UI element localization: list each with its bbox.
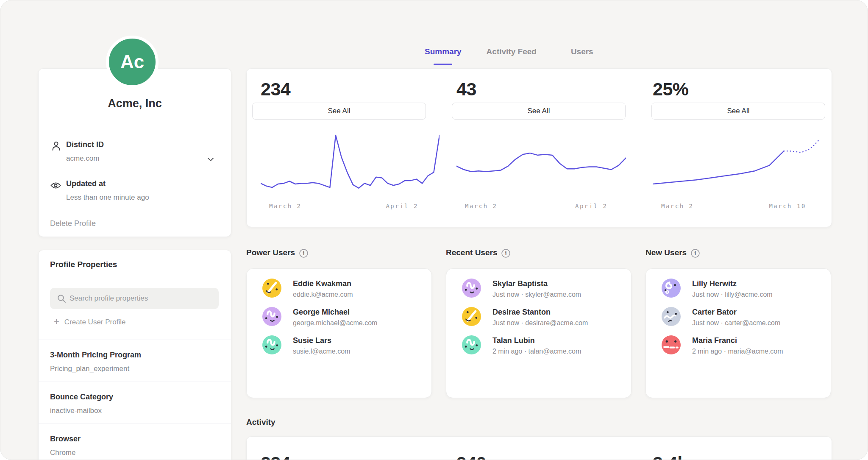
user-avatar: [662, 279, 681, 298]
plus-icon: +: [54, 316, 59, 327]
info-icon[interactable]: i: [691, 249, 700, 258]
user-meta: Just now · carter@acme.com: [692, 319, 780, 327]
eye-icon: [50, 182, 61, 191]
user-meta: Just now · lilly@acme.com: [692, 291, 773, 298]
profile-summary-card: [38, 68, 231, 237]
field-value-distinct-id: acme.com: [66, 154, 99, 163]
user-avatar: [462, 335, 481, 354]
user-meta: susie.l@acme.com: [293, 348, 350, 355]
svg-text:i: i: [505, 251, 507, 256]
stat-weekly-active-users: 234 Weekly Active Users March 2 April 2: [261, 69, 440, 227]
list-item-user[interactable]: Skylar Baptista Just now · skyler@acme.c…: [446, 276, 632, 301]
svg-text:i: i: [303, 251, 305, 256]
user-meta: 2 min ago · maria@acme.com: [692, 348, 783, 355]
company-avatar: Ac: [106, 36, 159, 88]
x-tick: March 10: [769, 203, 806, 209]
divider: [38, 382, 231, 382]
list-item-user[interactable]: Eddie Kwakman eddie.k@acme.com: [246, 276, 432, 301]
list-item-user[interactable]: Susie Lars susie.l@acme.com: [246, 333, 432, 358]
list-item-user[interactable]: Lilly Herwitz Just now · lilly@acme.com: [645, 276, 831, 301]
chevron-down-icon[interactable]: [207, 156, 214, 163]
list-item-user[interactable]: Desirae Stanton Just now · desirare@acme…: [446, 304, 632, 330]
property-value: Pricing_plan_experiment: [50, 365, 129, 373]
weekly-new-users-sparkline: [456, 128, 626, 200]
field-label-distinct-id: Distinct ID: [66, 140, 104, 149]
section-title: New Users: [645, 248, 687, 257]
create-user-profile-label: Create User Profile: [64, 318, 126, 326]
tab-summary-label: Summary: [425, 47, 462, 56]
x-tick: April 2: [386, 203, 418, 209]
tab-summary[interactable]: Summary: [425, 47, 462, 56]
tab-activity-feed[interactable]: Activity Feed: [487, 47, 537, 56]
see-all-button[interactable]: See All: [651, 103, 825, 120]
svg-text:i: i: [694, 251, 696, 256]
weekly-active-users-sparkline: [261, 128, 440, 200]
x-axis: March 2 April 2: [456, 203, 626, 211]
list-item-user[interactable]: Maria Franci 2 min ago · maria@acme.com: [645, 333, 831, 358]
user-name: Eddie Kwakman: [293, 279, 351, 288]
stat-week1-retention: 25% Week 1 New User Retention March 2 Ma…: [653, 69, 819, 227]
user-name: Carter Bator: [692, 308, 737, 317]
recent-users-header: Recent Users i: [446, 248, 510, 257]
property-value: Chrome: [50, 449, 75, 457]
user-avatar: [462, 279, 481, 298]
user-avatar: [462, 307, 481, 326]
info-icon[interactable]: i: [501, 249, 510, 258]
user-meta: 2 min ago · talan@acme.com: [492, 348, 581, 355]
app-window: Ac Acme, Inc Distinct ID acme.com Update…: [0, 0, 868, 460]
divider: [38, 211, 231, 211]
activity-stat-value: 3.4k: [653, 453, 687, 460]
list-item-user[interactable]: George Michael george.michael@acme.com: [246, 304, 432, 330]
field-label-updated-at: Updated at: [66, 179, 106, 188]
user-name: Desirae Stanton: [492, 308, 551, 317]
new-users-header: New Users i: [645, 248, 700, 257]
property-value: inactive-mailbox: [50, 407, 102, 415]
info-icon[interactable]: i: [299, 249, 308, 258]
stat-value: 25%: [653, 79, 689, 100]
property-name: 3-Month Pricing Program: [50, 351, 141, 360]
activity-stat-value: 234: [261, 453, 290, 460]
list-item-user[interactable]: Talan Lubin 2 min ago · talan@acme.com: [446, 333, 632, 358]
divider: [38, 340, 231, 340]
user-meta: george.michael@acme.com: [293, 319, 377, 327]
search-icon: [57, 294, 66, 305]
user-avatar: [662, 307, 681, 326]
user-name: Talan Lubin: [492, 336, 535, 345]
stat-weekly-new-users: 43 Weekly New Users March 2 April 2: [456, 69, 626, 227]
tab-bar: Summary Activity Feed Users: [425, 47, 593, 56]
tab-users[interactable]: Users: [571, 47, 593, 56]
section-title: Recent Users: [446, 248, 497, 257]
create-user-profile-button[interactable]: +Create User Profile: [54, 316, 125, 327]
user-meta: Just now · skyler@acme.com: [492, 291, 581, 298]
company-name: Acme, Inc: [38, 97, 231, 110]
profile-properties-title: Profile Properties: [50, 260, 117, 269]
stat-value: 43: [456, 79, 476, 100]
divider: [38, 132, 231, 132]
power-users-header: Power Users i: [246, 248, 308, 257]
active-tab-underline: [434, 64, 452, 65]
week1-retention-sparkline: [653, 128, 819, 200]
activity-section-title: Activity: [246, 418, 275, 427]
user-meta: Just now · desirare@acme.com: [492, 319, 588, 327]
divider: [38, 424, 231, 424]
activity-stats-card: 234 940 3.4k: [246, 436, 832, 460]
x-tick: March 2: [465, 203, 498, 209]
user-avatar: [262, 335, 281, 354]
see-all-button[interactable]: See All: [452, 103, 626, 120]
x-tick: April 2: [575, 203, 608, 209]
list-item-user[interactable]: Carter Bator Just now · carter@acme.com: [645, 304, 831, 330]
stat-value: 234: [261, 79, 290, 100]
see-all-button[interactable]: See All: [252, 103, 426, 120]
delete-profile-button[interactable]: Delete Profile: [50, 219, 96, 228]
user-meta: eddie.k@acme.com: [293, 291, 353, 298]
summary-stats-card: 234 Weekly Active Users March 2 April 2 …: [246, 68, 832, 227]
x-tick: March 2: [269, 203, 302, 209]
activity-stat-value: 940: [456, 453, 486, 460]
search-profile-properties-input[interactable]: [50, 288, 219, 309]
property-name: Browser: [50, 435, 81, 443]
field-value-updated-at: Less than one minute ago: [66, 193, 149, 202]
user-name: Lilly Herwitz: [692, 279, 737, 288]
divider: [38, 172, 231, 172]
user-avatar: [662, 335, 681, 354]
user-name: Susie Lars: [293, 336, 331, 345]
